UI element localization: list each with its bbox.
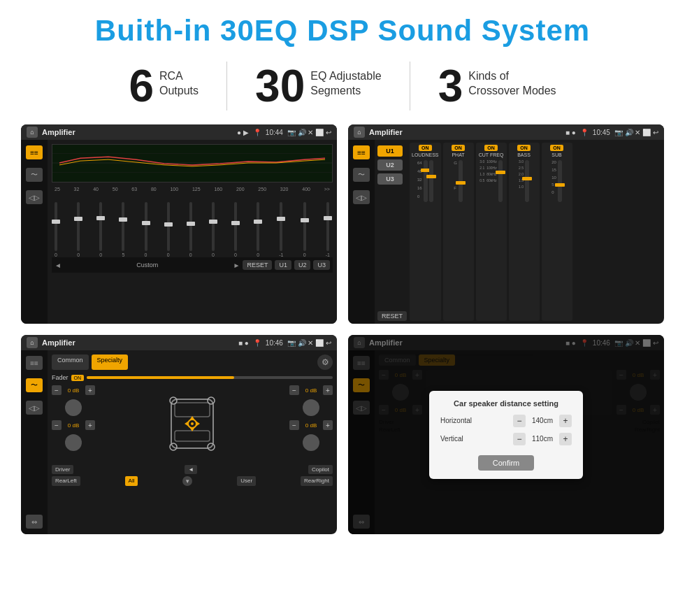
slider-thumb-0[interactable] <box>52 220 60 224</box>
slider-thumb-7[interactable] <box>209 220 217 224</box>
slider-thumb-10[interactable] <box>277 217 285 221</box>
settings-icon-3[interactable]: ⚙ <box>317 354 333 370</box>
home-icon-2[interactable]: ⌂ <box>354 127 365 138</box>
nav-speaker-icon-3[interactable]: ◁▷ <box>26 401 43 415</box>
eq-main: 25 32 40 50 63 80 100 125 160 200 250 32… <box>48 140 337 324</box>
db-fr-plus[interactable]: + <box>323 385 333 395</box>
side-nav-3: ≡≡ 〜 ◁▷ ⇔ <box>21 350 48 534</box>
rearright-btn[interactable]: RearRight <box>301 476 333 486</box>
amplifier-title-2: Amplifier <box>369 128 561 136</box>
dialog-vertical-minus[interactable]: − <box>513 433 526 445</box>
tab-row-3: Common Specialty ⚙ <box>52 354 333 370</box>
dialog-box: Car speaker distance setting Horizontal … <box>429 391 583 479</box>
nav-speaker-icon[interactable]: ◁▷ <box>26 190 43 204</box>
slider-thumb-2[interactable] <box>96 216 105 220</box>
confirm-button[interactable]: Confirm <box>478 455 534 471</box>
dialog-vertical-plus[interactable]: + <box>559 433 572 445</box>
phat-on: ON <box>452 145 465 151</box>
tab-specialty-3[interactable]: Specialty <box>92 354 129 370</box>
db-rl-plus[interactable]: + <box>85 420 95 430</box>
bass-thumb[interactable] <box>522 177 532 180</box>
slider-thumb-11[interactable] <box>301 218 309 222</box>
dialog-horizontal-plus[interactable]: + <box>559 415 572 427</box>
slider-col-0: 0 <box>55 202 57 257</box>
dot-icon-1: ● ▶ <box>237 129 249 136</box>
next-arrow[interactable]: ► <box>233 262 240 269</box>
slider-thumb-5[interactable] <box>164 222 173 227</box>
reset-btn-2[interactable]: RESET <box>377 311 407 321</box>
driver-btn[interactable]: Driver <box>52 465 73 474</box>
left-arrow-btn[interactable]: ◄ <box>185 465 197 474</box>
down-arrow-btn[interactable]: ▼ <box>182 476 192 486</box>
db-fr-value: 0 dB <box>301 387 321 394</box>
slider-thumb-6[interactable] <box>187 222 195 226</box>
loudness-on: ON <box>419 145 432 151</box>
nav-eq-icon-2[interactable]: ≡≡ <box>353 145 370 159</box>
db-rr-plus[interactable]: + <box>323 420 333 430</box>
u3-btn-2[interactable]: U3 <box>377 173 403 185</box>
cutfreq-on: ON <box>484 145 498 151</box>
nav-expand-icon-3[interactable]: ⇔ <box>26 515 43 529</box>
nav-wave-icon-2[interactable]: 〜 <box>353 168 370 182</box>
amplifier-title-3: Amplifier <box>42 338 234 347</box>
stat-text-rca: RCAOutputs <box>159 64 199 99</box>
slider-thumb-9[interactable] <box>254 220 262 224</box>
cutfreq-section: ON CUT FREQ 3.02.11.30.5 100Hz100Hz80kHz… <box>476 143 507 321</box>
home-icon-3[interactable]: ⌂ <box>27 337 38 348</box>
tab-common-3[interactable]: Common <box>52 354 89 370</box>
amp-sections: ON LOUDNESS 644832160 ON PHAT <box>410 143 661 321</box>
stat-text-eq: EQ AdjustableSegments <box>310 64 381 99</box>
time-1: 10:44 <box>266 129 283 136</box>
cutfreq-thumb[interactable] <box>496 171 505 174</box>
u-buttons-panel: U1 U2 U3 RESET <box>377 143 407 321</box>
db-fr-minus[interactable]: − <box>289 385 299 395</box>
slider-thumb-3[interactable] <box>119 217 127 222</box>
slider-thumb-8[interactable] <box>231 221 240 225</box>
copilot-btn[interactable]: Copilot <box>308 465 333 474</box>
stat-number-rca: 6 <box>129 64 154 108</box>
home-icon-1[interactable]: ⌂ <box>27 127 38 138</box>
u1-btn-1[interactable]: U1 <box>275 260 291 270</box>
all-btn[interactable]: All <box>125 476 138 486</box>
eq-freq-labels: 25 32 40 50 63 80 100 125 160 200 250 32… <box>52 187 333 192</box>
bass-section: ON BASS 3.02.52.01.51.0 <box>509 143 540 321</box>
u2-btn-1[interactable]: U2 <box>294 260 311 270</box>
prev-arrow[interactable]: ◄ <box>55 262 62 269</box>
db-rl-value: 0 dB <box>64 422 83 429</box>
dialog-horizontal-minus[interactable]: − <box>513 415 526 427</box>
db-rl-minus[interactable]: − <box>52 420 62 430</box>
slider-col-3: 5 <box>122 202 124 257</box>
sub-thumb[interactable] <box>555 183 565 187</box>
db-rr-minus[interactable]: − <box>289 420 299 430</box>
status-bar-3: ⌂ Amplifier ■ ● 📍 10:46 📷 🔊 ✕ ⬜ ↩ <box>21 335 337 350</box>
user-btn[interactable]: User <box>237 476 256 486</box>
fader-slider[interactable] <box>87 376 333 379</box>
nav-wave-icon-3[interactable]: 〜 <box>26 378 43 392</box>
dialog-title: Car speaker distance setting <box>440 399 572 408</box>
svg-marker-11 <box>185 421 189 427</box>
db-fl-plus[interactable]: + <box>85 385 95 395</box>
slider-thumb-12[interactable] <box>324 216 332 220</box>
slider-col-5: 0 <box>167 202 170 257</box>
icons-1: 📷 🔊 ✕ ⬜ ↩ <box>287 129 331 136</box>
db-fl-value: 0 dB <box>64 387 83 394</box>
db-fl-minus[interactable]: − <box>52 385 62 395</box>
phat-thumb[interactable] <box>456 181 466 185</box>
slider-col-8: 0 <box>234 202 237 257</box>
slider-thumb-1[interactable] <box>74 217 82 221</box>
amplifier-title-1: Amplifier <box>42 128 233 136</box>
nav-speaker-icon-2[interactable]: ◁▷ <box>353 190 370 204</box>
reset-area: RESET <box>377 241 407 321</box>
rearleft-btn[interactable]: RearLeft <box>52 476 80 486</box>
nav-eq-icon-3[interactable]: ≡≡ <box>26 356 43 370</box>
u3-btn-1[interactable]: U3 <box>313 260 330 270</box>
nav-eq-icon[interactable]: ≡≡ <box>26 145 43 159</box>
u1-btn-2[interactable]: U1 <box>377 145 403 157</box>
nav-wave-icon[interactable]: 〜 <box>26 168 43 182</box>
loudness-thumb-2[interactable] <box>426 175 436 178</box>
db-fr: − 0 dB + <box>289 385 333 395</box>
slider-thumb-4[interactable] <box>142 221 150 225</box>
u2-btn-2[interactable]: U2 <box>377 159 403 171</box>
reset-btn-1[interactable]: RESET <box>243 260 272 270</box>
bottom-labels-3b: RearLeft All ▼ User RearRight <box>52 476 333 486</box>
